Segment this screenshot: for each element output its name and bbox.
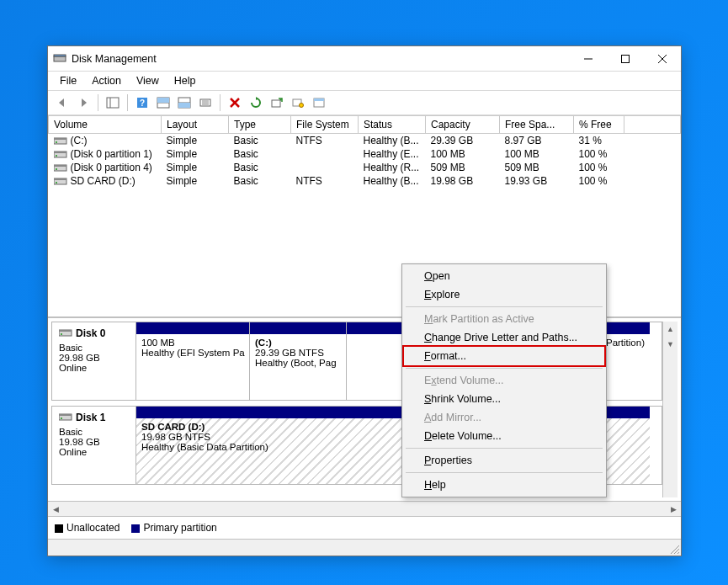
volume-name: (C:)	[71, 135, 88, 146]
svg-rect-40	[59, 330, 72, 332]
scroll-down-icon[interactable]: ▼	[663, 337, 678, 352]
drive-icon	[54, 163, 67, 173]
svg-rect-1	[54, 55, 66, 56]
volume-pct: 100 %	[574, 161, 624, 174]
titlebar: Disk Management	[48, 46, 681, 72]
help-button[interactable]: ?	[133, 93, 151, 112]
minimize-button[interactable]	[570, 46, 607, 71]
menu-action[interactable]: Action	[85, 73, 128, 88]
volume-layout: Simple	[162, 174, 229, 188]
svg-rect-15	[178, 103, 190, 108]
layout-top-button[interactable]	[154, 93, 173, 112]
svg-rect-43	[59, 414, 72, 416]
col-status[interactable]: Status	[359, 116, 426, 134]
svg-rect-22	[272, 100, 280, 107]
volume-layout: Simple	[162, 134, 229, 148]
svg-rect-34	[54, 165, 66, 167]
volume-status: Healthy (R...	[359, 161, 426, 174]
maximize-button[interactable]	[607, 46, 644, 71]
show-hide-tree-button[interactable]	[104, 93, 122, 112]
settings-button[interactable]	[196, 93, 215, 112]
cm-mark-partition-active: Mark Partition as Active	[404, 310, 604, 328]
delete-button[interactable]	[226, 93, 244, 112]
col-volume[interactable]: Volume	[49, 116, 162, 134]
volume-pct: 100 %	[574, 147, 624, 161]
app-icon	[53, 52, 66, 66]
volume-list-header[interactable]: Volume Layout Type File System Status Ca…	[49, 116, 681, 134]
svg-rect-35	[56, 168, 57, 170]
col-type[interactable]: Type	[229, 116, 291, 134]
window-title: Disk Management	[72, 53, 570, 65]
volume-free: 8.97 GB	[500, 134, 574, 148]
disk-name: Disk 0	[76, 327, 105, 339]
menu-file[interactable]: File	[53, 73, 83, 88]
cm-format[interactable]: Format...	[404, 347, 604, 365]
cm-explore[interactable]: Explore	[404, 285, 604, 304]
volume-capacity: 29.39 GB	[426, 134, 500, 148]
volume-capacity: 19.98 GB	[426, 174, 500, 188]
col-filesystem[interactable]: File System	[291, 116, 359, 134]
col-pctfree[interactable]: % Free	[574, 116, 624, 134]
partition[interactable]: 100 MBHealthy (EFI System Pa	[136, 322, 250, 400]
disk-state: Online	[59, 447, 129, 457]
cm-open[interactable]: Open	[404, 267, 604, 285]
volume-fs	[291, 147, 359, 161]
volume-pct: 31 %	[574, 134, 624, 148]
horizontal-scrollbar[interactable]: ◀ ▶	[48, 501, 681, 516]
disk-icon	[59, 328, 72, 339]
scroll-up-icon[interactable]: ▲	[663, 322, 678, 337]
volume-row[interactable]: (Disk 0 partition 4)SimpleBasicHealthy (…	[49, 161, 681, 174]
col-filler	[624, 116, 681, 134]
partition-name: (C:)	[255, 338, 341, 348]
properties-button[interactable]	[310, 93, 328, 112]
refresh-button[interactable]	[247, 93, 265, 112]
rescan-button[interactable]	[268, 93, 286, 112]
svg-text:?: ?	[140, 98, 145, 108]
vertical-scrollbar[interactable]: ▲ ▼	[662, 322, 678, 497]
disk-icon	[59, 412, 72, 423]
drive-icon	[54, 150, 67, 159]
layout-bottom-button[interactable]	[175, 93, 194, 112]
volume-row[interactable]: (Disk 0 partition 1)SimpleBasicHealthy (…	[49, 147, 681, 161]
scroll-left-icon[interactable]: ◀	[48, 502, 63, 516]
svg-point-24	[300, 104, 304, 108]
menu-help[interactable]: Help	[167, 73, 203, 88]
nav-back-button[interactable]	[53, 93, 72, 112]
cm-properties[interactable]: Properties	[404, 451, 604, 470]
disk-label[interactable]: Disk 1Basic19.98 GBOnline	[52, 407, 136, 484]
nav-forward-button[interactable]	[74, 93, 93, 112]
svg-rect-44	[61, 417, 62, 419]
close-button[interactable]	[644, 46, 681, 71]
cm-add-mirror: Add Mirror...	[404, 408, 604, 427]
partition-size: 29.39 GB NTFS	[255, 348, 341, 358]
volume-free: 19.93 GB	[500, 174, 574, 188]
cm-shrink-volume[interactable]: Shrink Volume...	[404, 390, 604, 408]
svg-rect-32	[56, 155, 57, 157]
volume-capacity: 100 MB	[426, 147, 500, 161]
cm-help[interactable]: Help	[404, 476, 604, 494]
disk-name: Disk 1	[76, 412, 105, 423]
action-button[interactable]	[289, 93, 307, 112]
volume-row[interactable]: (C:)SimpleBasicNTFSHealthy (B...29.39 GB…	[49, 134, 681, 148]
svg-rect-38	[56, 182, 57, 183]
col-layout[interactable]: Layout	[162, 116, 229, 134]
disk-label[interactable]: Disk 0Basic29.98 GBOnline	[52, 322, 136, 400]
disk-type: Basic	[59, 343, 129, 353]
menu-view[interactable]: View	[130, 73, 166, 88]
volume-row[interactable]: SD CARD (D:)SimpleBasicNTFSHealthy (B...…	[49, 174, 681, 188]
svg-rect-0	[54, 56, 66, 61]
col-freespace[interactable]: Free Spa...	[500, 116, 574, 134]
cm-delete-volume[interactable]: Delete Volume...	[404, 427, 604, 445]
svg-rect-26	[314, 98, 324, 101]
resize-grip-icon[interactable]	[669, 544, 679, 554]
cm-change-drive-letter[interactable]: Change Drive Letter and Paths...	[404, 328, 604, 347]
svg-rect-31	[54, 152, 66, 153]
partition[interactable]: (C:)29.39 GB NTFSHealthy (Boot, Pag	[250, 322, 347, 400]
cm-extend-volume: Extend Volume...	[404, 371, 604, 390]
volume-name: (Disk 0 partition 4)	[71, 162, 152, 173]
volume-type: Basic	[229, 134, 291, 148]
partition-status: Healthy (EFI System Pa	[141, 348, 244, 358]
col-capacity[interactable]: Capacity	[426, 116, 500, 134]
scroll-right-icon[interactable]: ▶	[666, 502, 681, 516]
volume-fs	[291, 161, 359, 174]
